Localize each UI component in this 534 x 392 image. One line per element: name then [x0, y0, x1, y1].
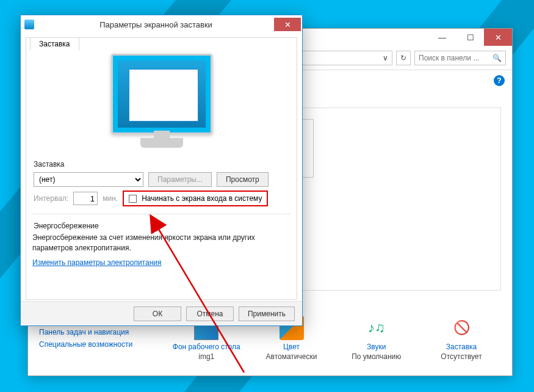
energy-heading: Энергосбережение — [34, 222, 289, 230]
interval-field[interactable] — [73, 192, 98, 205]
search-input[interactable]: Поиск в панели ... 🔍 — [414, 51, 506, 65]
dlg-app-icon — [24, 20, 34, 29]
refresh-button[interactable]: ↻ — [396, 51, 411, 65]
tab-screensaver[interactable]: Заставка — [30, 37, 79, 51]
sounds-link[interactable]: ♪♫ Звуки По умолчанию — [337, 316, 416, 361]
dlg-footer: ОК Отмена Применить — [21, 301, 302, 325]
sound-icon: ♪♫ — [364, 316, 389, 340]
logon-checkbox-label: Начинать с экрана входа в систему — [142, 194, 262, 203]
screensaver-icon: 🚫 — [449, 316, 474, 340]
power-options-link[interactable]: Изменить параметры электропитания — [32, 258, 161, 267]
maximize-button[interactable]: ☐ — [456, 29, 484, 46]
dlg-close-button[interactable]: ✕ — [274, 18, 301, 31]
cancel-button[interactable]: Отмена — [186, 307, 234, 321]
interval-unit: мин. — [103, 194, 118, 203]
dlg-body: Заставка Заставка (нет) Параметры... Про… — [26, 37, 297, 300]
annotation-highlight: Начинать с экрана входа в систему — [123, 191, 268, 206]
search-icon: 🔍 — [493, 54, 502, 62]
logon-checkbox[interactable] — [129, 195, 137, 203]
link-taskbar[interactable]: Панель задач и навигация — [39, 328, 161, 336]
settings-button[interactable]: Параметры... — [148, 172, 212, 187]
apply-button[interactable]: Применить — [239, 307, 295, 321]
dlg-titlebar: Параметры экранной заставки ✕ — [21, 15, 302, 34]
screensaver-link[interactable]: 🚫 Заставка Отсутствует — [422, 316, 501, 361]
dlg-title: Параметры экранной заставки — [38, 20, 274, 29]
close-button[interactable]: ✕ — [484, 29, 512, 46]
ok-button[interactable]: ОК — [134, 307, 181, 321]
preview-button[interactable]: Просмотр — [217, 172, 269, 187]
energy-note: Энергосбережение за счет изменения яркос… — [32, 233, 290, 253]
screensaver-select[interactable]: (нет) — [34, 172, 143, 187]
screensaver-dialog: Параметры экранной заставки ✕ Заставка З… — [20, 15, 303, 326]
interval-label: Интервал: — [34, 194, 68, 203]
search-placeholder: Поиск в панели ... — [419, 54, 479, 62]
screensaver-preview — [104, 54, 220, 151]
minimize-button[interactable]: — — [428, 29, 456, 46]
screensaver-group-label: Заставка — [34, 160, 289, 169]
link-ease-of-access[interactable]: Специальные возможности — [39, 340, 161, 349]
